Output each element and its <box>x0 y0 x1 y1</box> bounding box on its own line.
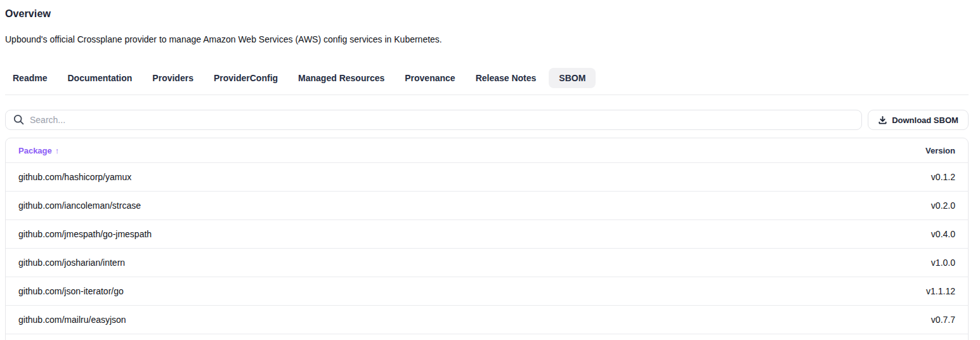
tab-provenance[interactable]: Provenance <box>397 68 462 88</box>
sort-ascending-icon: ↑ <box>55 146 60 155</box>
tab-bar: Readme Documentation Providers ProviderC… <box>5 68 969 95</box>
package-version: v1.1.12 <box>926 286 955 296</box>
search-container <box>5 110 862 130</box>
package-column-label: Package <box>18 146 52 155</box>
tab-providers[interactable]: Providers <box>145 68 201 88</box>
package-name: github.com/josharian/intern <box>18 258 125 268</box>
package-version: v0.7.7 <box>931 315 955 325</box>
column-header-package[interactable]: Package ↑ <box>18 146 59 155</box>
page-title: Overview <box>5 8 969 20</box>
package-name: github.com/mailru/easyjson <box>18 315 126 325</box>
download-icon <box>878 115 887 125</box>
package-name: github.com/hashicorp/yamux <box>18 172 131 182</box>
sbom-package-table: Package ↑ Version github.com/hashicorp/y… <box>5 138 969 340</box>
table-row: github.com/json-iterator/go v1.1.12 <box>6 277 968 305</box>
table-header-row: Package ↑ Version <box>6 138 968 162</box>
download-button-label: Download SBOM <box>892 115 958 125</box>
package-name: github.com/iancoleman/strcase <box>18 200 141 211</box>
download-sbom-button[interactable]: Download SBOM <box>868 110 969 130</box>
table-row: github.com/mailru/easyjson v0.7.7 <box>6 305 968 334</box>
package-version: v0.1.2 <box>931 172 955 182</box>
search-icon <box>13 114 24 125</box>
package-version: v0.2.0 <box>931 200 955 211</box>
package-version: v1.0.0 <box>931 258 955 268</box>
package-name: github.com/jmespath/go-jmespath <box>18 229 152 239</box>
package-description: Upbound's official Crossplane provider t… <box>5 34 969 44</box>
tab-release-notes[interactable]: Release Notes <box>468 68 544 88</box>
table-row: github.com/josharian/intern v1.0.0 <box>6 248 968 277</box>
sbom-page: Overview Upbound's official Crossplane p… <box>5 8 969 340</box>
tab-readme[interactable]: Readme <box>5 68 55 88</box>
table-row: github.com/iancoleman/strcase v0.2.0 <box>6 191 968 219</box>
search-input[interactable] <box>5 110 862 130</box>
tab-managed-resources[interactable]: Managed Resources <box>291 68 392 88</box>
tab-sbom[interactable]: SBOM <box>549 68 596 88</box>
table-row-partial <box>6 334 968 340</box>
package-version: v0.4.0 <box>931 229 955 239</box>
tab-documentation[interactable]: Documentation <box>60 68 140 88</box>
table-row: github.com/jmespath/go-jmespath v0.4.0 <box>6 219 968 248</box>
tab-providerconfig[interactable]: ProviderConfig <box>206 68 285 88</box>
column-header-version[interactable]: Version <box>925 146 955 155</box>
package-name: github.com/json-iterator/go <box>18 286 124 296</box>
sbom-toolbar: Download SBOM <box>5 110 969 130</box>
table-row: github.com/hashicorp/yamux v0.1.2 <box>6 162 968 191</box>
